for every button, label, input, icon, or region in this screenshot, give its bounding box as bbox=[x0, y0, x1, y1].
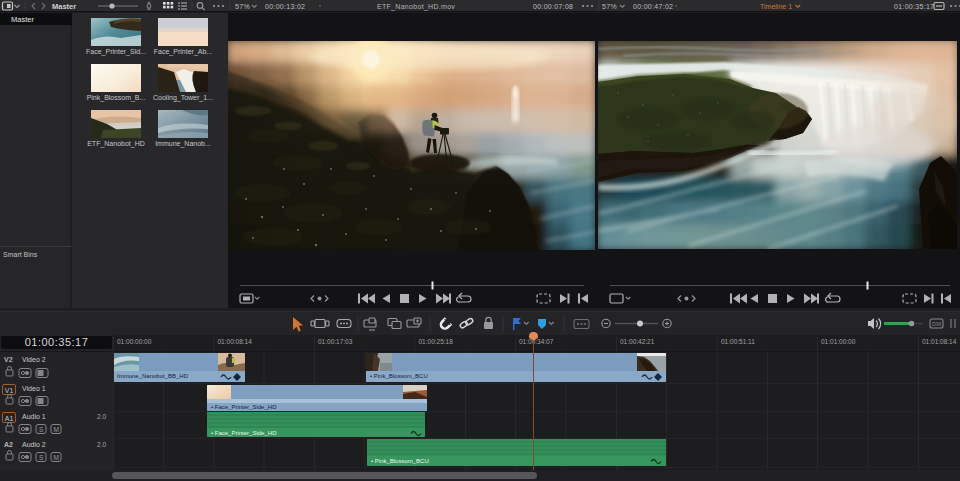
svg-text:01:00:17:03: 01:00:17:03 bbox=[318, 338, 353, 345]
svg-text:01:00:25:18: 01:00:25:18 bbox=[419, 338, 454, 345]
svg-text:01:00:00:00: 01:00:00:00 bbox=[117, 338, 152, 345]
svg-text:01:01:08:14: 01:01:08:14 bbox=[922, 338, 957, 345]
svg-text:M: M bbox=[54, 426, 59, 433]
svg-text:DIM: DIM bbox=[932, 321, 941, 327]
svg-text:01:00:51:11: 01:00:51:11 bbox=[721, 338, 755, 345]
svg-text:S: S bbox=[39, 426, 44, 433]
svg-text:M: M bbox=[54, 454, 59, 461]
svg-text:01:01:00:00: 01:01:00:00 bbox=[821, 338, 856, 345]
svg-text:01:00:42:21: 01:00:42:21 bbox=[620, 338, 655, 345]
svg-text:01:00:08:14: 01:00:08:14 bbox=[218, 338, 253, 345]
svg-text:S: S bbox=[39, 454, 44, 461]
